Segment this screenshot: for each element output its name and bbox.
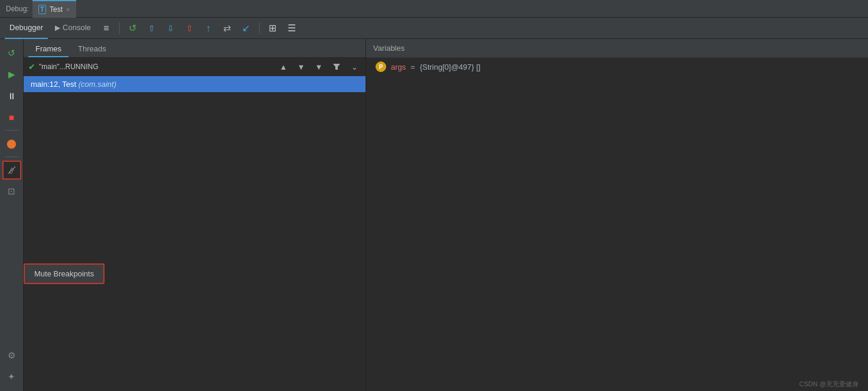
tab-close-button[interactable]: × [66, 6, 70, 13]
mute-breakpoints-tooltip: Mute Breakpoints [24, 263, 105, 284]
thread-controls: ✔ "main"...RUNNING ▲ ▼ ▼ ⌄ [24, 58, 366, 76]
camera-icon[interactable]: ⊡ [2, 182, 21, 201]
main-layout: ↺ ▶ ⏸ ■ ⬤ ⊡ ⚙ ✦ Mute Breakpoints Frames … [0, 39, 868, 391]
variables-header: Variables [366, 39, 868, 58]
thread-dropdown-button[interactable]: ⌄ [348, 60, 361, 73]
watermark: CSDN @充充爱健身 [790, 377, 868, 391]
breakpoint-icon[interactable]: ⬤ [2, 134, 21, 153]
tab-debugger[interactable]: Debugger [5, 18, 48, 39]
step-into-button[interactable]: ⇩ [162, 20, 179, 37]
stack-frame-item[interactable]: main:12, Test (com.saint) [24, 76, 366, 92]
stack-frame-text: main:12, Test [31, 80, 79, 89]
active-tab[interactable]: T Test × [32, 0, 76, 18]
step-over-button[interactable]: ⇧ [143, 20, 160, 37]
left-sidebar: ↺ ▶ ⏸ ■ ⬤ ⊡ ⚙ ✦ [0, 39, 24, 391]
debug-label: Debug: [6, 5, 29, 13]
tab-name: Test [50, 5, 63, 14]
variable-row: P args = {String[0]@497} [] [366, 58, 868, 76]
title-bar: Debug: T Test × [0, 0, 868, 18]
layout-button[interactable]: ≡ [98, 20, 115, 37]
thread-status-icon: ✔ [28, 62, 35, 71]
var-name: args [391, 63, 406, 71]
separator [119, 22, 120, 34]
restart-icon[interactable]: ↺ [2, 44, 21, 63]
settings-icon[interactable]: ⚙ [2, 346, 21, 365]
thread-name: "main"...RUNNING [39, 63, 99, 71]
thread-filter-icon[interactable] [330, 60, 343, 73]
var-value: {String[0]@497} [] [420, 63, 481, 71]
debug-toolbar: Debugger ▶ Console ≡ ↺ ⇧ ⇩ ⇧ ↑ ⇄ ↙ ⊞ ☰ [0, 18, 868, 39]
thread-down-button[interactable]: ▼ [295, 60, 308, 73]
console-icon: ▶ [55, 24, 60, 32]
run-to-cursor-button[interactable]: ↑ [200, 20, 217, 37]
sidebar-sep1 [5, 130, 19, 131]
thread-filter-button[interactable]: ▼ [312, 60, 325, 73]
sub-tabs: Frames Threads [24, 39, 366, 58]
evaluate-button[interactable]: ⇄ [219, 20, 236, 37]
separator2 [259, 22, 260, 34]
tab-threads[interactable]: Threads [71, 41, 113, 57]
var-equals: = [410, 63, 415, 71]
sidebar-sep2 [5, 157, 19, 157]
mute-breakpoints-icon[interactable] [2, 161, 21, 180]
stop-icon[interactable]: ■ [2, 107, 21, 126]
svg-marker-1 [333, 64, 340, 70]
pin-icon[interactable]: ✦ [2, 367, 21, 386]
pause-icon[interactable]: ⏸ [2, 86, 21, 105]
tab-frames[interactable]: Frames [28, 41, 68, 57]
thread-status: ✔ "main"...RUNNING [28, 62, 272, 71]
force-step-into-button[interactable]: ↙ [238, 20, 254, 37]
thread-up-button[interactable]: ▲ [277, 60, 290, 73]
tab-console[interactable]: ▶ Console [50, 18, 96, 39]
sidebar-bottom: ⚙ ✦ [2, 346, 21, 391]
resume-icon[interactable]: ▶ [2, 65, 21, 84]
rerun-button[interactable]: ↺ [125, 20, 141, 37]
var-type-icon: P [376, 61, 386, 72]
variables-view-button[interactable]: ⊞ [265, 20, 281, 37]
step-out-button[interactable]: ⇧ [181, 20, 198, 37]
stack-frame-italic: (com.saint) [79, 80, 116, 89]
settings-list-button[interactable]: ☰ [283, 20, 300, 37]
variables-panel: Variables P args = {String[0]@497} [] [366, 39, 868, 391]
tab-type-icon: T [38, 5, 46, 14]
debug-panel: Frames Threads ✔ "main"...RUNNING ▲ ▼ ▼ … [24, 39, 366, 391]
